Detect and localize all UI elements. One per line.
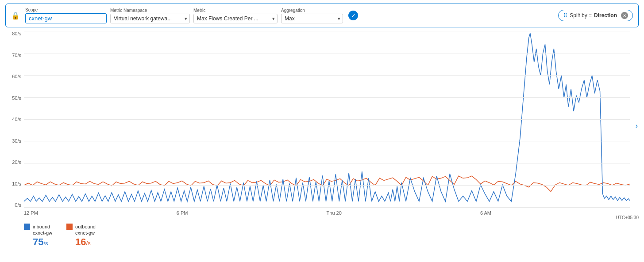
metric-label: Metric	[193, 8, 278, 13]
gridline-10	[24, 185, 630, 186]
split-by-badge: ⠿ Split by = Direction ✕	[558, 10, 633, 21]
y-label-0: 0/s	[15, 202, 21, 208]
legend-area: inbound cxnet-gw 75/s outbound cxnet-gw …	[0, 221, 644, 251]
inbound-sub: cxnet-gw	[33, 230, 52, 235]
x-axis: 12 PM 6 PM Thu 20 6 AM	[24, 209, 630, 221]
y-axis: 80/s 70/s 60/s 50/s 40/s 30/s 20/s 10/s …	[5, 31, 23, 208]
confirm-icon: ✓	[348, 11, 358, 20]
y-label-30: 30/s	[12, 138, 21, 144]
gridline-0	[24, 207, 630, 208]
x-label-thu20: Thu 20	[327, 210, 342, 216]
outbound-line	[24, 176, 630, 191]
gridline-70	[24, 53, 630, 53]
split-dots-icon: ⠿	[563, 12, 567, 19]
inbound-line	[24, 33, 630, 201]
inbound-value: 75/s	[33, 236, 52, 248]
aggregation-select-wrapper: Max	[281, 14, 343, 23]
gridline-50	[24, 97, 630, 98]
legend-outbound-header: outbound	[66, 224, 96, 230]
metric-select-wrapper: Max Flows Created Per ...	[193, 14, 278, 23]
inbound-label: inbound	[33, 224, 50, 229]
y-label-60: 60/s	[12, 74, 21, 79]
legend-inbound-header: inbound	[24, 224, 52, 230]
metric-ns-label: Metric Namespace	[110, 8, 190, 13]
aggregation-field-group: Aggregation Max	[281, 8, 343, 23]
inbound-color-swatch	[24, 224, 30, 230]
scope-field-group: Scope	[25, 8, 107, 23]
y-label-10: 10/s	[12, 181, 21, 186]
chart-inner	[24, 31, 630, 208]
utc-label: UTC+05:30	[616, 215, 639, 220]
y-label-20: 20/s	[12, 159, 21, 165]
y-label-40: 40/s	[12, 117, 21, 122]
metric-field-group: Metric Max Flows Created Per ...	[193, 8, 278, 23]
metric-ns-field-group: Metric Namespace Virtual network gatewa.…	[110, 8, 190, 23]
x-label-6am: 6 AM	[480, 210, 491, 216]
x-label-12pm: 12 PM	[24, 210, 38, 216]
legend-inbound: inbound cxnet-gw 75/s	[24, 224, 52, 248]
outbound-label: outbound	[75, 224, 96, 229]
split-close-button[interactable]: ✕	[621, 12, 628, 19]
y-label-70: 70/s	[12, 53, 21, 58]
outbound-value: 16/s	[75, 236, 96, 248]
aggregation-label: Aggregation	[281, 8, 343, 13]
scope-input[interactable]	[25, 13, 107, 23]
chevron-right-icon[interactable]: ›	[636, 122, 638, 130]
scope-label: Scope	[25, 8, 107, 12]
y-label-50: 50/s	[12, 95, 21, 101]
aggregation-select[interactable]: Max	[281, 14, 343, 23]
lock-icon: 🔒	[11, 11, 20, 20]
split-value: Direction	[594, 12, 617, 19]
metric-select[interactable]: Max Flows Created Per ...	[193, 14, 278, 23]
metric-filter-bar: 🔒 Scope Metric Namespace Virtual network…	[5, 4, 639, 27]
y-label-80: 80/s	[12, 31, 21, 36]
legend-outbound: outbound cxnet-gw 16/s	[66, 224, 96, 248]
chart-area: 80/s 70/s 60/s 50/s 40/s 30/s 20/s 10/s …	[5, 31, 639, 221]
gridline-60	[24, 75, 630, 76]
split-text: Split by =	[570, 12, 592, 19]
metric-ns-select[interactable]: Virtual network gatewa...	[110, 14, 190, 23]
outbound-color-swatch	[66, 224, 73, 230]
metric-ns-select-wrapper: Virtual network gatewa...	[110, 14, 190, 23]
gridline-20	[24, 163, 630, 163]
gridline-30	[24, 141, 630, 141]
gridline-80	[24, 31, 630, 31]
gridline-40	[24, 119, 630, 120]
x-label-6pm: 6 PM	[177, 210, 188, 216]
outbound-sub: cxnet-gw	[75, 230, 96, 235]
